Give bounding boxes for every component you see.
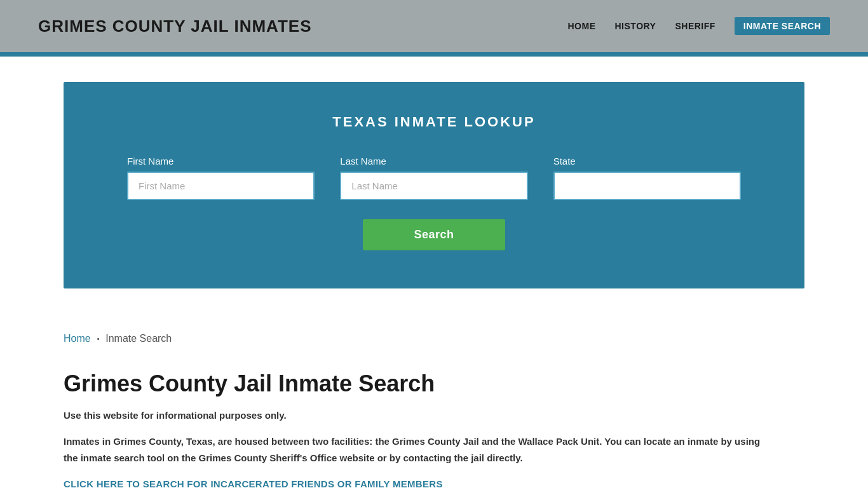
main-nav: HOME HISTORY SHERIFF INMATE SEARCH — [568, 17, 831, 35]
nav-item-home[interactable]: HOME — [568, 21, 596, 31]
content-link[interactable]: CLICK HERE to Search for Incarcerated Fr… — [64, 478, 443, 488]
state-group: State Texas — [553, 156, 741, 200]
breadcrumb-current-page: Inmate Search — [105, 333, 172, 344]
search-section: TEXAS INMATE LOOKUP First Name Last Name… — [64, 82, 804, 288]
site-title: GRIMES COUNTY JAIL INMATES — [38, 17, 312, 36]
search-section-title: TEXAS INMATE LOOKUP — [127, 114, 741, 130]
breadcrumb-home-link[interactable]: Home — [64, 333, 91, 344]
last-name-group: Last Name — [340, 156, 527, 200]
main-content: Grimes County Jail Inmate Search Use thi… — [0, 351, 868, 488]
header-underline — [0, 54, 868, 57]
content-disclaimer: Use this website for informational purpo… — [64, 410, 804, 421]
site-header: GRIMES COUNTY JAIL INMATES HOME HISTORY … — [0, 0, 868, 54]
search-form-row: First Name Last Name State Texas — [127, 156, 741, 200]
state-label: State — [553, 156, 741, 166]
first-name-group: First Name — [127, 156, 315, 200]
first-name-label: First Name — [127, 156, 315, 166]
search-button-wrapper: Search — [127, 219, 741, 250]
nav-item-history[interactable]: HISTORY — [615, 21, 656, 31]
breadcrumb: Home • Inmate Search — [0, 314, 868, 351]
content-body: Inmates in Grimes County, Texas, are hou… — [64, 433, 763, 466]
last-name-label: Last Name — [340, 156, 527, 166]
breadcrumb-separator: • — [97, 336, 100, 342]
page-heading: Grimes County Jail Inmate Search — [64, 370, 804, 397]
nav-item-sheriff[interactable]: SHERIFF — [675, 21, 715, 31]
state-input[interactable]: Texas — [553, 172, 741, 200]
first-name-input[interactable] — [127, 172, 315, 200]
nav-item-inmate-search[interactable]: INMATE SEARCH — [735, 17, 830, 35]
search-button[interactable]: Search — [363, 219, 505, 250]
last-name-input[interactable] — [340, 172, 527, 200]
